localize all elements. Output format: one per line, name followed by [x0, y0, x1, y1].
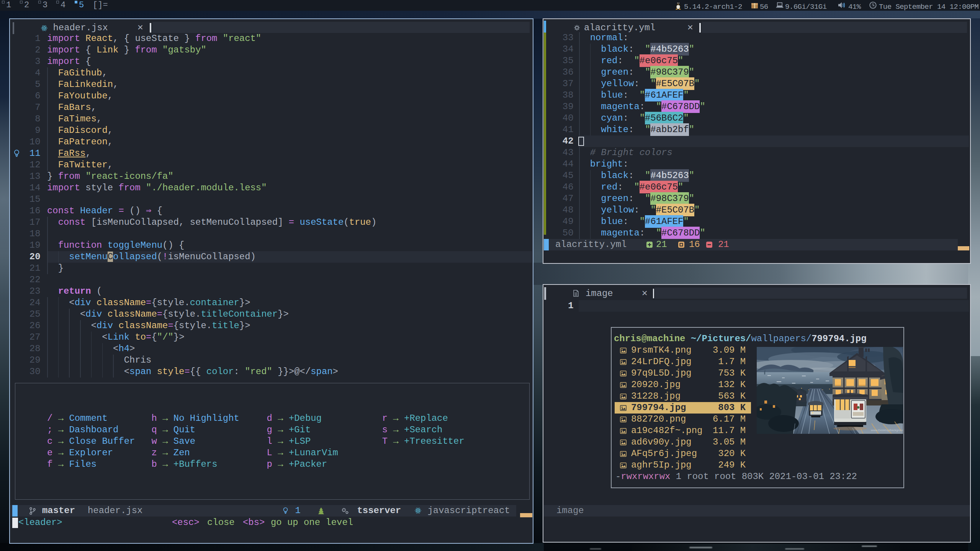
svg-text:www.DesktopBackground.org: www.DesktopBackground.org	[870, 428, 903, 432]
